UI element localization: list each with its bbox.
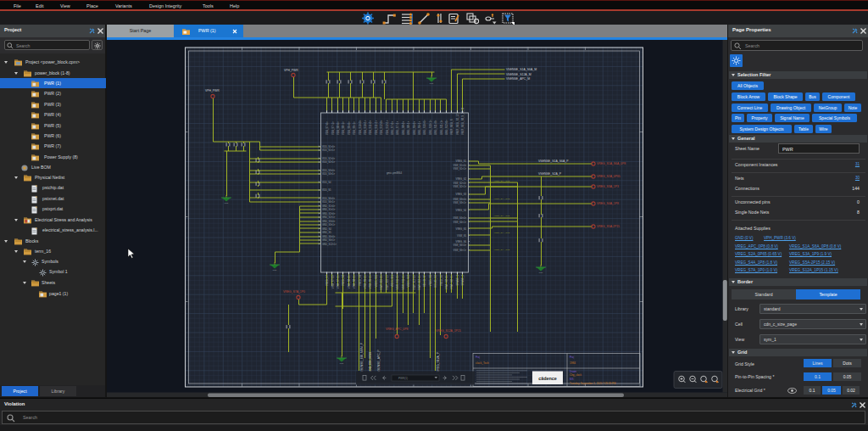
svg-text:VDD_S6<1>: VDD_S6<1> bbox=[322, 200, 336, 204]
svg-text:GND_S2<0>: GND_S2<0> bbox=[322, 211, 336, 215]
svg-text:VREG_S12A_P: VREG_S12A_P bbox=[437, 351, 440, 372]
svg-text:VSW_S3<0>: VSW_S3<0> bbox=[453, 197, 466, 200]
svg-text:PWR(1): PWR(1) bbox=[398, 377, 408, 380]
svg-text:VSW_S1<0>: VSW_S1<0> bbox=[453, 163, 466, 166]
svg-text:VDD_S8<1>: VDD_S8<1> bbox=[342, 120, 345, 134]
svg-text:N/S: N/S bbox=[570, 377, 574, 380]
svg-text:VDD_S8<0>: VDD_S8<0> bbox=[337, 120, 340, 134]
svg-text:VDD_S3<0>: VDD_S3<0> bbox=[322, 168, 336, 171]
svg-text:Proj: Proj bbox=[476, 355, 480, 358]
svg-text:GND_S9<0>: GND_S9<0> bbox=[413, 120, 416, 134]
svg-text:GND_S9<1>: GND_S9<1> bbox=[418, 120, 421, 134]
svg-text:GND: GND bbox=[340, 362, 344, 364]
svg-text:VSENSE_S1A_S6A_P: VSENSE_S1A_S6A_P bbox=[538, 160, 569, 163]
svg-text:VREG_S6: VREG_S6 bbox=[456, 239, 467, 243]
svg-text:VDD_S7<1>: VDD_S7<1> bbox=[331, 120, 335, 134]
svg-text:GND: GND bbox=[539, 271, 543, 273]
svg-text:VDD_S3<1>: VDD_S3<1> bbox=[322, 172, 336, 176]
svg-text:VSW_S6<0>: VSW_S6<0> bbox=[453, 243, 466, 247]
svg-text:VDD_S9<1>: VDD_S9<1> bbox=[353, 120, 356, 134]
svg-text:VREG_S8: VREG_S8 bbox=[342, 274, 345, 285]
svg-text:GND_S12<0>: GND_S12<0> bbox=[445, 120, 448, 135]
svg-text:VSENSE_APC_P: VSENSE_APC_P bbox=[377, 349, 381, 372]
svg-text:VSW_S7<1>: VSW_S7<1> bbox=[337, 274, 340, 288]
svg-text:GND_S10<1>: GND_S10<1> bbox=[429, 120, 432, 135]
svg-text:VSW_S11<1>: VSW_S11<1> bbox=[402, 274, 405, 289]
svg-text:VDD_S9<0>: VDD_S9<0> bbox=[348, 120, 351, 134]
svg-text:GND_S4: GND_S4 bbox=[322, 227, 331, 230]
svg-text:VREG_S7A_1P0: VREG_S7A_1P0 bbox=[283, 289, 305, 293]
svg-text:~VREG_SxA_GFB: ~VREG_SxA_GFB bbox=[492, 215, 510, 217]
svg-text:VREG_S2A_0P65: VREG_S2A_0P65 bbox=[597, 175, 620, 178]
svg-text:VSW_SI2<1>: VSW_SI2<1> bbox=[450, 274, 453, 288]
svg-text:gmic-pm8864: gmic-pm8864 bbox=[387, 171, 403, 175]
svg-text:VSW_S1<1>: VSW_S1<1> bbox=[453, 167, 466, 171]
svg-text:VSW_S7<0>: VSW_S7<0> bbox=[331, 274, 335, 288]
svg-text:~VREG_SxA_GFB: ~VREG_SxA_GFB bbox=[492, 232, 510, 234]
svg-text:GND: GND bbox=[273, 269, 277, 271]
svg-text:VREF_NEG_S2_12: VREF_NEG_S2_12 bbox=[456, 113, 459, 134]
svg-text:VSW_S10<0>: VSW_S10<0> bbox=[380, 274, 383, 289]
svg-text:VPH_PWR: VPH_PWR bbox=[205, 89, 220, 92]
svg-text:Tuesday, September 1, 2020 7:2: Tuesday, September 1, 2020 7:29:39 PM bbox=[570, 382, 616, 385]
svg-text:HELLO_SH: HELLO_SH bbox=[434, 275, 437, 288]
svg-text:VDD_S6<0>: VDD_S6<0> bbox=[322, 196, 336, 199]
svg-text:VDD_S11<0>: VDD_S11<0> bbox=[369, 120, 372, 134]
svg-text:VPH_PWR: VPH_PWR bbox=[284, 69, 298, 72]
svg-text:VDD_S10<1>: VDD_S10<1> bbox=[364, 120, 367, 135]
svg-text:VREG_S2: VREG_S2 bbox=[456, 176, 467, 180]
svg-text:GND_S6<1>: GND_S6<1> bbox=[322, 238, 336, 242]
svg-text:VREG_S1A_S6A_0P8: VREG_S1A_S6A_0P8 bbox=[597, 162, 626, 165]
svg-text:GND_S7<0>: GND_S7<0> bbox=[391, 120, 394, 134]
svg-text:GND_S11<0>: GND_S11<0> bbox=[434, 120, 437, 135]
svg-text:VSW_S9<0>: VSW_S9<0> bbox=[364, 274, 367, 288]
svg-text:VDD_S11<1>: VDD_S11<1> bbox=[375, 120, 378, 134]
svg-text:VDD_S1<0>: VDD_S1<0> bbox=[322, 144, 336, 148]
svg-text:VSENSE_S12A_M: VSENSE_S12A_M bbox=[506, 72, 531, 76]
svg-text:VSW_S5: VSW_S5 bbox=[457, 233, 466, 237]
svg-text:SPARE_2: SPARE_2 bbox=[461, 274, 465, 285]
svg-text:VREG_S11: VREG_S11 bbox=[391, 274, 394, 287]
svg-text:clock_Tech: clock_Tech bbox=[476, 361, 489, 364]
svg-text:VSW_S12<1>: VSW_S12<1> bbox=[418, 274, 421, 289]
svg-text:VDD_S7<0>: VDD_S7<0> bbox=[326, 120, 329, 134]
svg-text:cādence: cādence bbox=[538, 375, 557, 380]
svg-text:VREG_S4: VREG_S4 bbox=[456, 208, 467, 211]
svg-text:VREG_S9: VREG_S9 bbox=[359, 274, 362, 285]
svg-text:VSW_S12<0>: VSW_S12<0> bbox=[413, 274, 416, 289]
svg-text:GND_S6<0>: GND_S6<0> bbox=[322, 234, 336, 238]
svg-text:VDD_EBI_MSM: VDD_EBI_MSM bbox=[369, 351, 372, 372]
svg-text:VDD_S4: VDD_S4 bbox=[322, 180, 331, 183]
svg-text:VREG_S12: VREG_S12 bbox=[407, 274, 410, 287]
svg-text:VREG_SII: VREG_SII bbox=[440, 274, 443, 285]
svg-text:VSW_S6<1>: VSW_S6<1> bbox=[453, 248, 466, 251]
svg-text:VDD_S5: VDD_S5 bbox=[322, 188, 331, 192]
svg-text:VSW_S8<0>: VSW_S8<0> bbox=[348, 274, 351, 288]
svg-text:GND_S8<1>: GND_S8<1> bbox=[407, 120, 410, 134]
svg-text:GND: GND bbox=[430, 82, 434, 84]
svg-text:VSW_S4<0>: VSW_S4<0> bbox=[453, 216, 466, 220]
svg-text:VSW_S9<1>: VSW_S9<1> bbox=[369, 274, 372, 288]
svg-text:VSW_S2<0>: VSW_S2<0> bbox=[453, 181, 466, 184]
svg-text:VREG_S3: VREG_S3 bbox=[456, 193, 467, 196]
svg-text:VREF_NEG_S8_9_10_11: VREF_NEG_S8_9_10_11 bbox=[461, 107, 465, 135]
svg-text:VSW_S10<1>: VSW_S10<1> bbox=[386, 274, 389, 289]
svg-text:VSW_S2<1>: VSW_S2<1> bbox=[453, 185, 466, 188]
svg-text:VDD_S10<0>: VDD_S10<0> bbox=[359, 120, 362, 135]
svg-text:VDD_S1<1>: VDD_S1<1> bbox=[322, 148, 336, 152]
svg-text:VSENSE_S2A_P: VSENSE_S2A_P bbox=[538, 172, 562, 176]
svg-text:VSW_SI2<0>: VSW_SI2<0> bbox=[445, 274, 448, 288]
svg-text:VSW_S11<0>: VSW_S11<0> bbox=[396, 274, 399, 289]
svg-text:VSW_S8<1>: VSW_S8<1> bbox=[353, 274, 356, 288]
svg-text:GND_S3<0>: GND_S3<0> bbox=[322, 219, 336, 222]
svg-text:VREG_S1: VREG_S1 bbox=[456, 160, 467, 163]
svg-text:HELLO_SF: HELLO_SF bbox=[423, 274, 426, 287]
svg-text:Chg_clock: Chg_clock bbox=[570, 372, 582, 376]
svg-text:GND_S1<1>: GND_S1<1> bbox=[322, 208, 336, 211]
svg-text:~VREG_SxA_GFB: ~VREG_SxA_GFB bbox=[492, 180, 510, 182]
svg-text:1984: 1984 bbox=[570, 361, 576, 364]
svg-text:VSENSE_EBI_MEM_P: VSENSE_EBI_MEM_P bbox=[360, 342, 364, 372]
svg-text:~VREG_SxA_GFB: ~VREG_SxA_GFB bbox=[492, 249, 510, 251]
svg-text:GND_S12<1>: GND_S12<1> bbox=[322, 242, 337, 245]
svg-text:VDD_S2<1>: VDD_S2<1> bbox=[322, 160, 336, 164]
